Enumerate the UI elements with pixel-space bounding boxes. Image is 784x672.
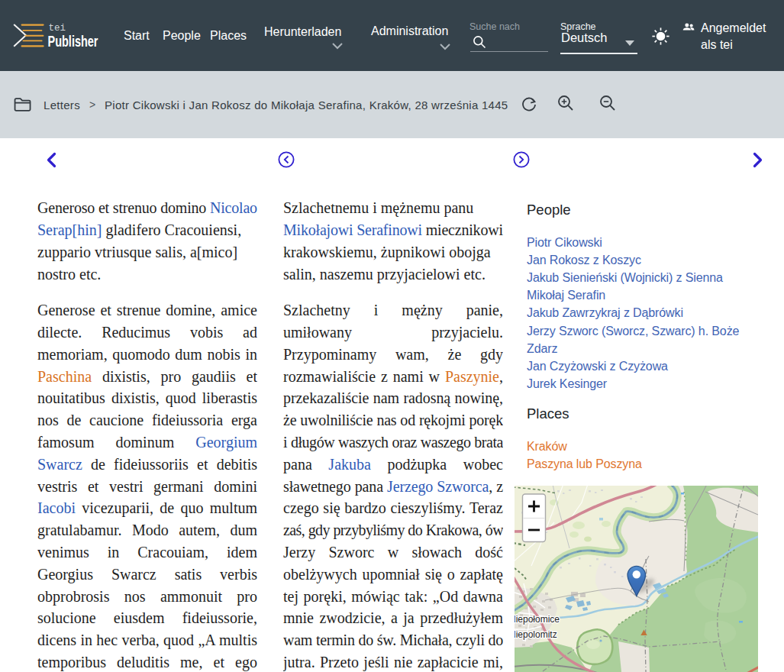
svg-text:Niepołomice: Niepołomice <box>515 614 560 625</box>
svg-text:Niepolomitz: Niepolomitz <box>515 629 557 640</box>
svg-text:Publisher: Publisher <box>48 32 98 50</box>
